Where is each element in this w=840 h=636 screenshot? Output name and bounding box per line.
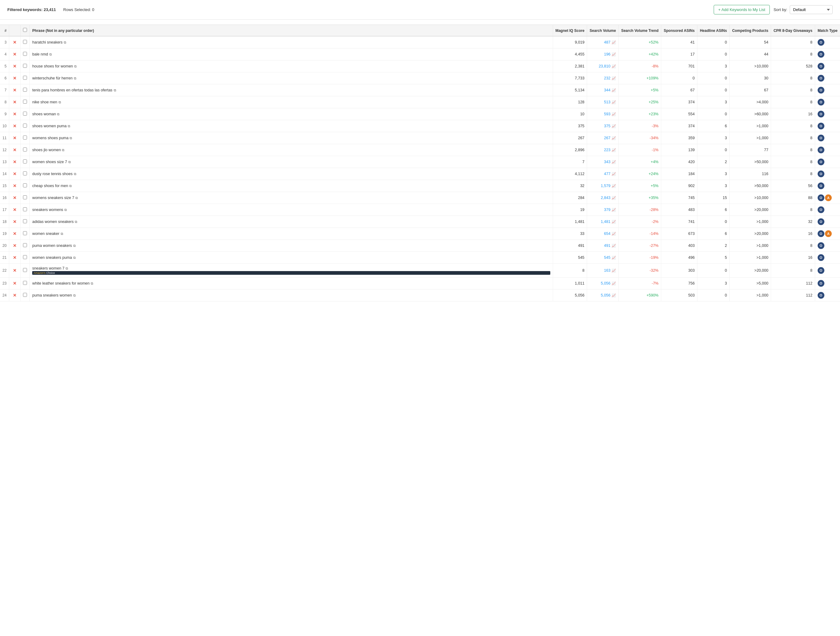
row-checkbox[interactable] (23, 160, 27, 163)
external-link-icon[interactable]: ⧉ (61, 232, 65, 236)
external-link-icon[interactable]: ⧉ (76, 196, 79, 199)
external-link-icon[interactable]: ⧉ (69, 136, 73, 140)
row-checkbox[interactable] (23, 147, 27, 152)
external-link-icon[interactable]: ⧉ (75, 220, 79, 223)
row-checkbox-cell[interactable] (21, 132, 30, 144)
remove-row-button[interactable]: ✕ (12, 123, 18, 128)
external-link-icon[interactable]: ⧉ (114, 88, 117, 92)
col-header-check[interactable] (21, 25, 30, 36)
remove-row-button[interactable]: ✕ (12, 88, 18, 93)
remove-row-button[interactable]: ✕ (12, 171, 18, 176)
table-row: 3✕haratchi sneakers⧉9,019487 📈+52%410548… (0, 36, 840, 49)
row-checkbox-cell[interactable] (21, 216, 30, 228)
row-checkbox-cell[interactable] (21, 168, 30, 180)
row-checkbox[interactable] (23, 88, 27, 92)
row-checkbox[interactable] (23, 52, 27, 56)
remove-row-button[interactable]: ✕ (12, 100, 18, 104)
external-link-icon[interactable]: ⧉ (64, 41, 68, 44)
row-checkbox[interactable] (23, 281, 27, 285)
row-checkbox[interactable] (23, 40, 27, 44)
external-link-icon[interactable]: ⧉ (74, 76, 77, 80)
sort-select[interactable]: Default Search Volume Magnet IQ Score CP… (790, 5, 833, 14)
table-row: 16✕womens sneakers size 7⧉2842,843 📈+35%… (0, 192, 840, 204)
row-checkbox[interactable] (23, 112, 27, 115)
row-checkbox[interactable] (23, 123, 27, 128)
remove-row-button[interactable]: ✕ (12, 147, 18, 152)
row-checkbox-cell[interactable] (21, 240, 30, 252)
external-link-icon[interactable]: ⧉ (73, 256, 77, 259)
select-all-checkbox[interactable] (23, 28, 27, 32)
row-checkbox-cell[interactable] (21, 120, 30, 132)
external-link-icon[interactable]: ⧉ (68, 124, 71, 128)
row-search-volume: 344 📈 (587, 84, 619, 96)
row-checkbox-cell[interactable] (21, 192, 30, 204)
remove-row-button[interactable]: ✕ (12, 160, 18, 165)
row-checkbox[interactable] (23, 64, 27, 68)
external-link-icon[interactable]: ⧉ (91, 282, 95, 285)
remove-row-button[interactable]: ✕ (12, 76, 18, 81)
row-checkbox-cell[interactable] (21, 60, 30, 72)
row-checkbox-cell[interactable] (21, 228, 30, 240)
external-link-icon[interactable]: ⧉ (68, 160, 72, 164)
external-link-icon[interactable]: ⧉ (74, 64, 78, 68)
row-checkbox[interactable] (23, 100, 27, 104)
remove-row-button[interactable]: ✕ (12, 231, 18, 236)
remove-row-button[interactable]: ✕ (12, 207, 18, 212)
remove-row-button[interactable]: ✕ (12, 243, 18, 248)
external-link-icon[interactable]: ⧉ (73, 293, 77, 297)
row-checkbox-cell[interactable] (21, 144, 30, 156)
top-bar-left: Filtered keywords: 23,411 Rows Selected:… (7, 7, 94, 12)
remove-row-button[interactable]: ✕ (12, 40, 18, 45)
remove-row-button[interactable]: ✕ (12, 52, 18, 57)
external-link-icon[interactable]: ⧉ (58, 100, 62, 104)
external-link-icon[interactable]: ⧉ (57, 112, 61, 116)
row-checkbox[interactable] (23, 207, 27, 211)
remove-row-button[interactable]: ✕ (12, 195, 18, 200)
remove-row-button[interactable]: ✕ (12, 64, 18, 69)
remove-row-button[interactable]: ✕ (12, 255, 18, 260)
row-checkbox-cell[interactable] (21, 180, 30, 192)
row-checkbox-cell[interactable] (21, 84, 30, 96)
row-checkbox[interactable] (23, 195, 27, 199)
row-checkbox[interactable] (23, 136, 27, 139)
external-link-icon[interactable]: ⧉ (74, 172, 77, 176)
row-checkbox[interactable] (23, 231, 27, 235)
row-checkbox[interactable] (23, 293, 27, 297)
row-checkbox[interactable] (23, 76, 27, 80)
row-checkbox-cell[interactable] (21, 72, 30, 84)
row-checkbox[interactable] (23, 243, 27, 247)
remove-row-button[interactable]: ✕ (12, 281, 18, 286)
remove-row-button[interactable]: ✕ (12, 268, 18, 273)
row-checkbox[interactable] (23, 219, 27, 223)
row-cpr: 8 (771, 84, 815, 96)
row-checkbox-cell[interactable] (21, 36, 30, 49)
external-link-icon[interactable]: ⧉ (62, 148, 66, 152)
remove-row-button[interactable]: ✕ (12, 219, 18, 224)
row-search-volume: 593 📈 (587, 108, 619, 120)
row-checkbox[interactable] (23, 268, 27, 272)
row-checkbox[interactable] (23, 171, 27, 176)
row-competing-products: >60,000 (729, 108, 771, 120)
row-checkbox-cell[interactable] (21, 264, 30, 277)
row-checkbox[interactable] (23, 184, 27, 187)
external-link-icon[interactable]: ⧉ (73, 244, 77, 247)
row-checkbox-cell[interactable] (21, 49, 30, 60)
row-checkbox-cell[interactable] (21, 277, 30, 290)
row-checkbox[interactable] (23, 255, 27, 259)
external-link-icon[interactable]: ⧉ (49, 52, 53, 56)
row-checkbox-cell[interactable] (21, 290, 30, 301)
row-checkbox-cell[interactable] (21, 156, 30, 168)
row-checkbox-cell[interactable] (21, 96, 30, 108)
row-checkbox-cell[interactable] (21, 108, 30, 120)
row-sponsored-asins: 496 (661, 252, 697, 264)
external-link-icon[interactable]: ⧉ (69, 184, 73, 188)
external-link-icon[interactable]: ⧉ (65, 208, 68, 212)
remove-row-button[interactable]: ✕ (12, 293, 18, 298)
remove-row-button[interactable]: ✕ (12, 136, 18, 141)
external-link-icon[interactable]: ⧉ (66, 266, 69, 270)
remove-row-button[interactable]: ✕ (12, 184, 18, 188)
row-checkbox-cell[interactable] (21, 252, 30, 264)
remove-row-button[interactable]: ✕ (12, 112, 18, 117)
add-keywords-button[interactable]: + Add Keywords to My List (714, 5, 770, 14)
row-checkbox-cell[interactable] (21, 204, 30, 216)
